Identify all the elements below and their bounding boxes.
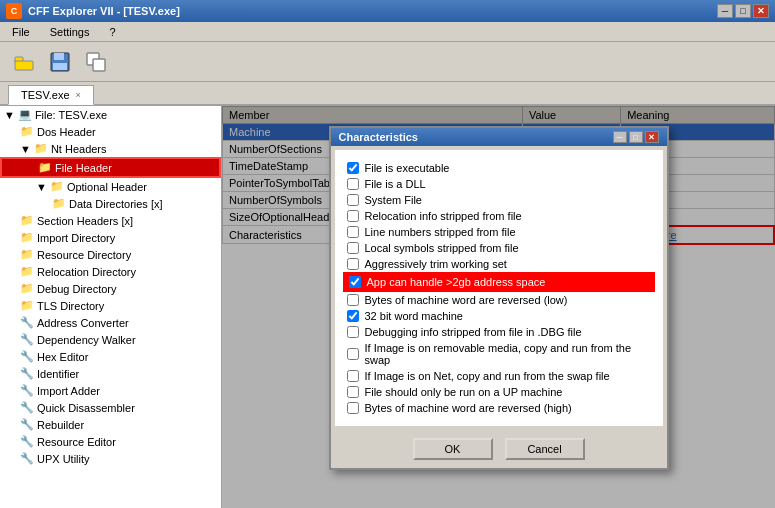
tree-item-file-header[interactable]: 📁 File Header	[0, 157, 221, 178]
checkbox-up-machine-input[interactable]	[347, 386, 359, 398]
app-icon: C	[6, 3, 22, 19]
tool-icon: 🔧	[20, 401, 34, 414]
folder-icon: 📁	[20, 248, 34, 261]
checkbox-system-input[interactable]	[347, 194, 359, 206]
checkbox-system-label: System File	[365, 194, 422, 206]
checkbox-dll: File is a DLL	[347, 176, 651, 192]
folder-icon: 📁	[52, 197, 66, 210]
tree-label: Import Directory	[37, 232, 115, 244]
menu-settings[interactable]: Settings	[42, 24, 98, 40]
checkbox-local-symbols-label: Local symbols stripped from file	[365, 242, 519, 254]
checkbox-reloc-stripped-input[interactable]	[347, 210, 359, 222]
checkbox-bytes-reversed-low-label: Bytes of machine word are reversed (low)	[365, 294, 568, 306]
window-controls[interactable]: ─ □ ✕	[717, 4, 769, 18]
checkbox-net-swap-label: If Image is on Net, copy and run from th…	[365, 370, 610, 382]
expand-icon: ▼	[4, 109, 15, 121]
tree-item-hex-editor[interactable]: 🔧 Hex Editor	[0, 348, 221, 365]
dialog-minimize-button[interactable]: ─	[613, 131, 627, 143]
checkbox-trim-working-set-label: Aggressively trim working set	[365, 258, 507, 270]
expand-icon: 📁	[20, 125, 34, 138]
menu-file[interactable]: File	[4, 24, 38, 40]
tree-label: Quick Disassembler	[37, 402, 135, 414]
checkbox-debug-stripped-label: Debugging info stripped from file in .DB…	[365, 326, 582, 338]
save-button[interactable]	[44, 46, 76, 78]
tree-item-identifier[interactable]: 🔧 Identifier	[0, 365, 221, 382]
tree-item-section-headers[interactable]: 📁 Section Headers [x]	[0, 212, 221, 229]
checkbox-system: System File	[347, 192, 651, 208]
checkbox-executable-input[interactable]	[347, 162, 359, 174]
tab-tesv[interactable]: TESV.exe ×	[8, 85, 94, 105]
dialog-title-label: Characteristics	[339, 131, 419, 143]
tree-item-tls-directory[interactable]: 📁 TLS Directory	[0, 297, 221, 314]
tree-item-upx-utility[interactable]: 🔧 UPX Utility	[0, 450, 221, 467]
svg-rect-3	[54, 53, 64, 60]
folder-icon: 📁	[20, 299, 34, 312]
tree-item-dos-header[interactable]: 📁 Dos Header	[0, 123, 221, 140]
checkbox-bytes-reversed-high-input[interactable]	[347, 402, 359, 414]
checkbox-dll-label: File is a DLL	[365, 178, 426, 190]
tree-item-quick-disassembler[interactable]: 🔧 Quick Disassembler	[0, 399, 221, 416]
checkbox-local-symbols-input[interactable]	[347, 242, 359, 254]
tree-label: Dependency Walker	[37, 334, 136, 346]
tool-icon: 🔧	[20, 333, 34, 346]
ok-button[interactable]: OK	[413, 438, 493, 460]
expand-icon: ▼	[36, 181, 47, 193]
cancel-button[interactable]: Cancel	[505, 438, 585, 460]
checkbox-bytes-reversed-high: Bytes of machine word are reversed (high…	[347, 400, 651, 416]
tree-label: Hex Editor	[37, 351, 88, 363]
tree-item-import-directory[interactable]: 📁 Import Directory	[0, 229, 221, 246]
tree-item-data-directories[interactable]: 📁 Data Directories [x]	[0, 195, 221, 212]
checkbox-bytes-reversed-low: Bytes of machine word are reversed (low)	[347, 292, 651, 308]
tool-icon: 🔧	[20, 435, 34, 448]
tab-label: TESV.exe	[21, 89, 70, 101]
checkbox-line-numbers-input[interactable]	[347, 226, 359, 238]
tree-item-optional-header[interactable]: ▼ 📁 Optional Header	[0, 178, 221, 195]
tab-close-button[interactable]: ×	[76, 90, 81, 100]
checkbox-debug-stripped-input[interactable]	[347, 326, 359, 338]
checkbox-bytes-reversed-low-input[interactable]	[347, 294, 359, 306]
tree-label: Data Directories [x]	[69, 198, 163, 210]
dialog-maximize-button[interactable]: □	[629, 131, 643, 143]
checkbox-dll-input[interactable]	[347, 178, 359, 190]
tree-item-resource-editor[interactable]: 🔧 Resource Editor	[0, 433, 221, 450]
file-tree: ▼ 💻 File: TESV.exe 📁 Dos Header ▼ 📁 Nt H…	[0, 106, 222, 508]
checkbox-bytes-reversed-high-label: Bytes of machine word are reversed (high…	[365, 402, 572, 414]
tree-item-file[interactable]: ▼ 💻 File: TESV.exe	[0, 106, 221, 123]
dialog-close-button[interactable]: ✕	[645, 131, 659, 143]
tree-label: Import Adder	[37, 385, 100, 397]
tree-item-rebuilder[interactable]: 🔧 Rebuilder	[0, 416, 221, 433]
tree-item-nt-headers[interactable]: ▼ 📁 Nt Headers	[0, 140, 221, 157]
checkbox-reloc-stripped-label: Relocation info stripped from file	[365, 210, 522, 222]
checkbox-large-address-input[interactable]	[349, 276, 361, 288]
open-button[interactable]	[8, 46, 40, 78]
tree-label: Address Converter	[37, 317, 129, 329]
tree-item-dependency-walker[interactable]: 🔧 Dependency Walker	[0, 331, 221, 348]
svg-rect-4	[53, 63, 67, 70]
tool-icon: 🔧	[20, 316, 34, 329]
minimize-button[interactable]: ─	[717, 4, 733, 18]
dialog-title-controls[interactable]: ─ □ ✕	[613, 131, 659, 143]
tree-label: File Header	[55, 162, 112, 174]
dialog-buttons: OK Cancel	[331, 430, 667, 468]
checkbox-32bit-input[interactable]	[347, 310, 359, 322]
tree-item-resource-directory[interactable]: 📁 Resource Directory	[0, 246, 221, 263]
modal-overlay: Characteristics ─ □ ✕ File is executable	[222, 106, 775, 508]
tree-item-address-converter[interactable]: 🔧 Address Converter	[0, 314, 221, 331]
tree-label: TLS Directory	[37, 300, 104, 312]
checkbox-removable-swap-input[interactable]	[347, 348, 359, 360]
tree-label: File: TESV.exe	[35, 109, 107, 121]
tree-item-debug-directory[interactable]: 📁 Debug Directory	[0, 280, 221, 297]
tree-label: Relocation Directory	[37, 266, 136, 278]
checkbox-trim-working-set-input[interactable]	[347, 258, 359, 270]
checkbox-net-swap-input[interactable]	[347, 370, 359, 382]
menu-help[interactable]: ?	[101, 24, 123, 40]
checkbox-debug-stripped: Debugging info stripped from file in .DB…	[347, 324, 651, 340]
window-button[interactable]	[80, 46, 112, 78]
maximize-button[interactable]: □	[735, 4, 751, 18]
tree-label: Nt Headers	[51, 143, 107, 155]
tree-item-import-adder[interactable]: 🔧 Import Adder	[0, 382, 221, 399]
main-area: ▼ 💻 File: TESV.exe 📁 Dos Header ▼ 📁 Nt H…	[0, 106, 775, 508]
close-button[interactable]: ✕	[753, 4, 769, 18]
tool-icon: 🔧	[20, 367, 34, 380]
tree-item-relocation-directory[interactable]: 📁 Relocation Directory	[0, 263, 221, 280]
